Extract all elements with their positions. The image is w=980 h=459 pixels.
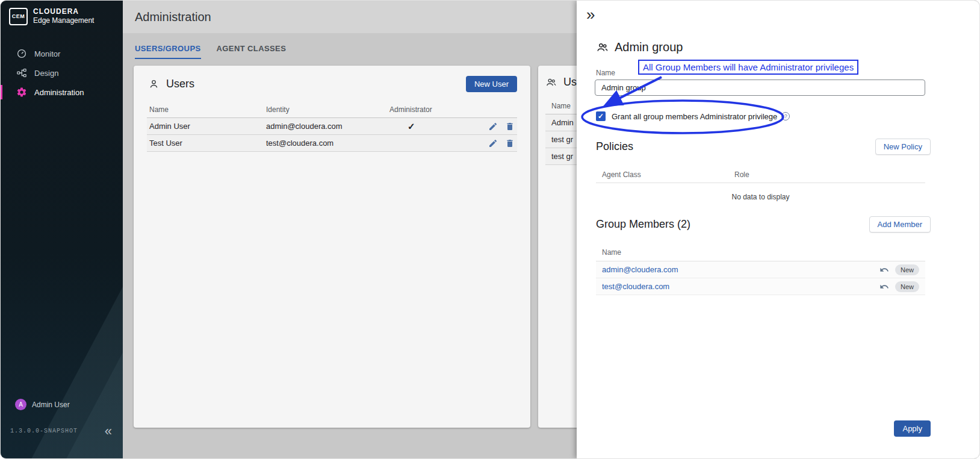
app-logo: CEM CLOUDERA Edge Management bbox=[9, 7, 94, 25]
new-user-button[interactable]: New User bbox=[466, 76, 517, 92]
undo-icon[interactable] bbox=[879, 265, 889, 275]
list-item[interactable]: admin@cloudera.com New bbox=[596, 261, 925, 278]
members-table: Name admin@cloudera.com New test@clouder… bbox=[596, 244, 925, 295]
checkbox-checked-icon[interactable] bbox=[596, 111, 606, 121]
monitor-icon bbox=[16, 48, 27, 59]
delete-icon[interactable] bbox=[505, 139, 515, 148]
page-title: Administration bbox=[135, 10, 211, 24]
column-header-agent-class: Agent Class bbox=[596, 167, 728, 183]
checkbox-label: Grant all group members Administrator pr… bbox=[612, 112, 777, 121]
new-policy-button[interactable]: New Policy bbox=[875, 139, 931, 155]
users-table: Name Identity Administrator Admin User a… bbox=[147, 102, 517, 152]
design-icon bbox=[16, 67, 27, 78]
current-user-name: Admin User bbox=[32, 401, 70, 409]
sidebar-nav: Monitor Design Administration bbox=[1, 44, 123, 102]
sidebar-item-label: Administration bbox=[34, 88, 84, 97]
collapse-sidebar-icon[interactable]: « bbox=[105, 423, 112, 439]
column-header-administrator: Administrator bbox=[387, 102, 477, 117]
version-label: 1.3.0.0-SNAPSHOT bbox=[10, 428, 78, 434]
column-header-role: Role bbox=[728, 167, 925, 183]
user-name-cell: Admin User bbox=[147, 122, 264, 131]
sidebar-item-design[interactable]: Design bbox=[1, 63, 123, 83]
column-header-identity: Identity bbox=[264, 102, 387, 117]
tab-agent-classes[interactable]: AGENT CLASSES bbox=[217, 44, 287, 59]
users-table-header: Name Identity Administrator bbox=[147, 102, 517, 118]
edit-icon[interactable] bbox=[488, 139, 498, 148]
add-member-button[interactable]: Add Member bbox=[869, 216, 931, 233]
gear-icon bbox=[16, 87, 27, 98]
status-badge: New bbox=[895, 264, 919, 275]
policies-table: Agent Class Role No data to display bbox=[596, 167, 925, 211]
person-icon bbox=[148, 78, 160, 90]
column-header-name: Name bbox=[596, 244, 925, 261]
sidebar-item-administration[interactable]: Administration bbox=[1, 83, 123, 102]
sidebar-item-monitor[interactable]: Monitor bbox=[1, 44, 123, 63]
group-members-heading: Group Members (2) bbox=[596, 218, 690, 231]
current-user[interactable]: A Admin User bbox=[15, 399, 70, 410]
delete-icon[interactable] bbox=[505, 122, 515, 131]
table-row[interactable]: Test User test@cloudera.com ✓ bbox=[147, 135, 517, 152]
tab-users-groups[interactable]: USERS/GROUPS bbox=[135, 44, 201, 59]
user-identity-cell: test@cloudera.com bbox=[264, 139, 387, 148]
table-row[interactable]: Admin User admin@cloudera.com ✓ bbox=[147, 118, 517, 135]
help-icon[interactable]: ? bbox=[781, 112, 790, 120]
drawer-title: Admin group bbox=[615, 40, 683, 54]
group-name-input[interactable] bbox=[595, 80, 925, 96]
member-name-link[interactable]: test@cloudera.com bbox=[602, 282, 669, 291]
app-window: CEM CLOUDERA Edge Management Monitor Des… bbox=[0, 0, 980, 459]
annotation-note: All Group Members will have Administrato… bbox=[638, 60, 858, 75]
cem-logo-icon: CEM bbox=[9, 8, 28, 25]
avatar: A bbox=[15, 399, 26, 410]
group-icon bbox=[596, 41, 609, 54]
group-icon bbox=[545, 76, 557, 88]
tab-bar: USERS/GROUPS AGENT CLASSES bbox=[135, 44, 286, 59]
users-card: Users New User Name Identity Administrat… bbox=[134, 66, 530, 428]
sidebar-item-label: Design bbox=[34, 69, 58, 78]
column-header-name: Name bbox=[147, 102, 264, 117]
brand-name: CLOUDERA bbox=[33, 7, 94, 16]
member-name-link[interactable]: admin@cloudera.com bbox=[602, 265, 678, 274]
name-field-label: Name bbox=[596, 69, 615, 77]
users-card-title: Users bbox=[166, 78, 194, 90]
sidebar: CEM CLOUDERA Edge Management Monitor Des… bbox=[1, 1, 123, 458]
admin-privilege-checkbox-row[interactable]: Grant all group members Administrator pr… bbox=[596, 111, 790, 121]
brand-product: Edge Management bbox=[33, 16, 94, 25]
undo-icon[interactable] bbox=[879, 282, 889, 292]
user-identity-cell: admin@cloudera.com bbox=[264, 122, 387, 131]
policies-heading: Policies bbox=[596, 140, 633, 153]
check-icon: ✓ bbox=[408, 121, 415, 131]
empty-state-text: No data to display bbox=[596, 183, 925, 211]
collapse-drawer-icon[interactable]: » bbox=[586, 5, 595, 24]
groups-card-title: Us bbox=[563, 76, 577, 89]
status-badge: New bbox=[895, 281, 919, 292]
list-item[interactable]: test@cloudera.com New bbox=[596, 278, 925, 295]
apply-button[interactable]: Apply bbox=[894, 420, 931, 437]
sidebar-item-label: Monitor bbox=[34, 49, 60, 58]
edit-icon[interactable] bbox=[488, 122, 498, 131]
user-name-cell: Test User bbox=[147, 139, 264, 148]
